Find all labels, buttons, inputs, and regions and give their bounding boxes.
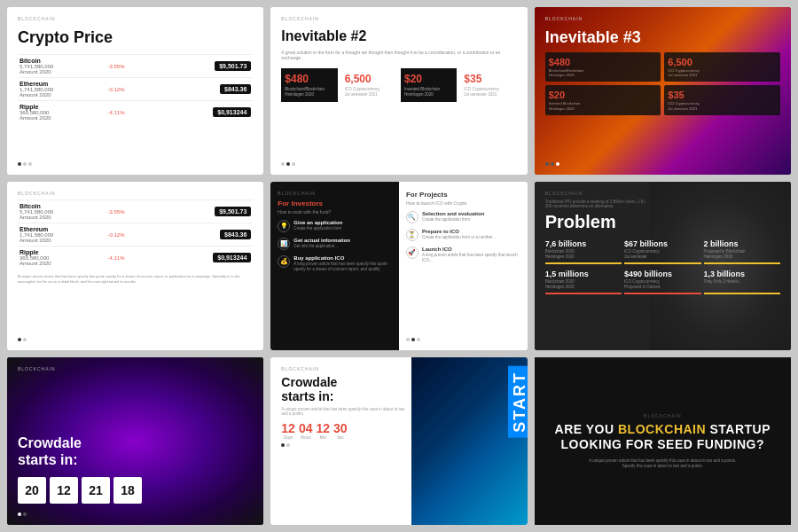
- stat-val: $35: [668, 90, 777, 100]
- slide8-label: BLOCKCHAIN: [281, 366, 411, 372]
- slide9-line2: STARTUP: [706, 422, 771, 436]
- coin-change: -0.12%: [107, 87, 162, 92]
- coin-price: $843.36: [220, 84, 251, 94]
- dot-indicators: [406, 334, 520, 341]
- countdown-box: 18: [113, 477, 142, 504]
- slide-8-crowdale-light: START BLOCKCHAIN Crowdalestarts in: A un…: [270, 357, 527, 525]
- inv-item: 🔍 Selection and evaluation Create the ap…: [406, 211, 520, 223]
- coin-price: $9,501.73: [215, 61, 251, 71]
- coin-label: Amount 2020: [20, 261, 104, 266]
- countdown-item: 04 Hours: [299, 421, 313, 440]
- countdown-box: 21: [82, 477, 110, 504]
- cd-lbl: Min: [320, 435, 326, 440]
- stat-box: $480 Blockchain/BlockchainHeimlogen 2020: [281, 68, 337, 102]
- coin-label: Amount 2020: [20, 215, 104, 220]
- coin-name: Ripple: [20, 249, 104, 255]
- inv-icon: 💡: [278, 220, 290, 232]
- stat-grid-2: $480 Blockchain/BlockchainHeimlogen 2020…: [281, 68, 516, 102]
- inv-item-title: Selection and evaluation: [422, 211, 484, 216]
- slide2-label: BLOCKCHAIN: [281, 16, 516, 21]
- inv-item-text: Get actual information Get info the appl…: [293, 238, 350, 249]
- prob-val: $490 billions: [624, 270, 700, 278]
- stat-val: $480: [285, 73, 333, 85]
- slide5-for-projects: For Projects: [406, 191, 520, 199]
- inv-left-items: 💡 Give an application Create the applica…: [278, 220, 392, 278]
- slide8-image-area: START: [411, 357, 527, 525]
- slide9-main-text: ARE YOU BLOCKCHAIN STARTUP LOOKING FOR S…: [555, 422, 771, 453]
- coin-name: Ethereum: [20, 81, 104, 87]
- inv-icon: 🔍: [406, 211, 419, 223]
- slide6-label: BLOCKCHAIN: [545, 191, 780, 196]
- slide6-desc: Traditional IPO provide a meeting of 2 B…: [545, 200, 652, 208]
- inv-icon: 💰: [278, 255, 290, 268]
- stat-val: 6,500: [668, 57, 777, 67]
- slide3-label: BLOCKCHAIN: [545, 16, 780, 21]
- prob-val: 1,5 millions: [545, 270, 622, 278]
- dot-1: [281, 162, 285, 166]
- coin-label: Amount 2020: [20, 69, 104, 74]
- inv-item-body: Create the application form or a number.…: [422, 235, 496, 240]
- stat-label: ICO Cryptocurrency1st semester 2021: [464, 87, 512, 98]
- dot-1: [18, 338, 21, 341]
- inv-item: ⏳ Prepare to ICO Create the application …: [406, 229, 520, 241]
- dot-1: [18, 162, 21, 166]
- inv-icon: ⏳: [406, 229, 419, 241]
- coin-change: -3.55%: [107, 209, 162, 215]
- stat-label: ICO Cryptocurrency1st semester 2021: [345, 87, 394, 98]
- slide5-for-investors: For Investors: [278, 200, 392, 207]
- slide-6-problem: BLOCKCHAIN Traditional IPO provide a mee…: [535, 182, 791, 349]
- inv-item-body: Create the application form: [422, 217, 484, 223]
- dot-3: [28, 162, 32, 166]
- crypto-table-4: Bitcoin 5,741,580,000 Amount 2020 -3.55%…: [18, 200, 253, 269]
- prob-item: 7,6 billions Blockchain 2020Heimlogen 20…: [545, 239, 622, 264]
- prob-item: 1,5 millions Blockchain 2020Heimlogen 20…: [545, 270, 622, 294]
- inv-item-body: A long proven article that has been spec…: [422, 253, 520, 263]
- coin-change: -3.55%: [107, 64, 162, 69]
- inv-item-title: Prepare to ICO: [422, 229, 496, 234]
- prob-label: ICO CryptocurrencyProposed in Outlook: [624, 279, 700, 290]
- prob-item: 1,3 billions They Only 2 Heimlo...: [704, 270, 780, 294]
- inv-item-title: Launch ICO: [422, 246, 520, 252]
- slide5-inv-subtitle: How to work with the fund?: [278, 209, 392, 215]
- prob-grid: 7,6 billions Blockchain 2020Heimlogen 20…: [545, 239, 780, 296]
- table-row: Ripple 360,580,000 Amount 2020 -4.11% $0…: [18, 246, 253, 270]
- slide-7-crowdale-dark: BLOCKCHAIN Crowdalestarts in: 20122118: [7, 357, 263, 525]
- slide3-content: BLOCKCHAIN Inevitable #3 $480 Blockchain…: [535, 7, 791, 175]
- slide4-label: BLOCKCHAIN: [18, 191, 253, 196]
- stat-label: Invested BlockchainHeimlogen 2020: [404, 87, 453, 98]
- stat-val: 6,500: [345, 73, 394, 85]
- dot-2: [23, 162, 27, 166]
- slide4-footer: A unique proven article that has been sp…: [18, 274, 253, 284]
- inv-item-text: Give an application Create the applicati…: [293, 220, 342, 231]
- coin-price: $9,501.73: [215, 207, 251, 216]
- dot-2: [23, 338, 27, 341]
- slide5-right: For Projects How to launch ICO with Cryp…: [399, 182, 528, 349]
- stat-label: Blockchain/BlockchainHeimlogen 2020: [285, 87, 333, 98]
- cd-num: 12: [281, 421, 295, 435]
- slide-4-crypto-price2: BLOCKCHAIN Bitcoin 5,741,580,000 Amount …: [7, 182, 263, 349]
- coin-name: Bitcoin: [20, 203, 104, 209]
- stat-box: $35 ICO Cryptocurrency1st semester 2021: [460, 68, 516, 102]
- prob-item: $490 billions ICO CryptocurrencyProposed…: [624, 270, 700, 294]
- coin-label: Amount 2020: [20, 92, 104, 98]
- coin-change: -4.11%: [107, 255, 162, 261]
- prob-label: ICO Cryptocurrency1st semester: [624, 249, 700, 260]
- dot-indicators: [18, 159, 253, 166]
- slide-3-inevitable3: BLOCKCHAIN Inevitable #3 $480 Blockchain…: [535, 7, 791, 175]
- slide2-title: Inevitable #2: [281, 28, 516, 44]
- inv-item: 📊 Get actual information Get info the ap…: [278, 238, 392, 250]
- slide7-title: Crowdalestarts in:: [18, 434, 253, 468]
- stat-box: 6,500 ICO Cryptocurrency1st semester 202…: [664, 52, 780, 82]
- prob-label: Proposed in BlockchainHeimlogen 2020: [704, 249, 780, 260]
- dot-2: [551, 162, 554, 166]
- slide-9-blockchain-startup: BLOCKCHAIN ARE YOU BLOCKCHAIN STARTUP LO…: [535, 357, 791, 525]
- prob-label: Blockchain 2020Heimlogen 2020: [545, 279, 622, 290]
- slide8-title: Crowdalestarts in:: [281, 375, 411, 405]
- coin-label: Amount 2020: [20, 238, 104, 243]
- inv-item-text: Launch ICO A long proven article that ha…: [422, 246, 520, 263]
- inv-item: 💡 Give an application Create the applica…: [278, 220, 392, 232]
- dot-indicators: [18, 334, 253, 341]
- coin-price: $0,913244: [213, 253, 251, 262]
- slide9-highlight: BLOCKCHAIN: [618, 422, 706, 436]
- inv-item-text: Selection and evaluation Create the appl…: [422, 211, 484, 223]
